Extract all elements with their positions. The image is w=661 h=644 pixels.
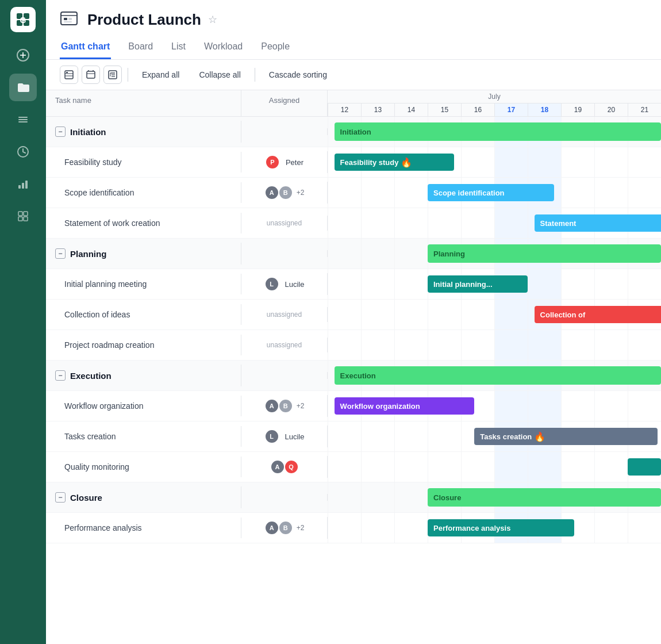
svg-rect-12 [18, 185, 21, 189]
collapse-planning-button[interactable]: − [55, 248, 66, 259]
project-icon [60, 9, 80, 30]
hierarchy-view-button[interactable] [103, 66, 122, 84]
avatar-scope-2: B [278, 185, 293, 200]
collapse-closure-button[interactable]: − [55, 492, 66, 503]
avatar-lucile-tasks: L [264, 429, 279, 444]
expand-all-button[interactable]: Expand all [134, 67, 187, 82]
bar-tasks-creation: Tasks creation 🔥 [474, 428, 658, 445]
group-row-closure: − Closure Closure [46, 482, 661, 513]
day-20: 20 [594, 103, 628, 116]
task-label-collection: Collection of ideas [46, 304, 241, 325]
svg-rect-24 [65, 71, 73, 79]
day-21: 21 [628, 103, 661, 116]
unassigned-statement: unassigned [267, 219, 302, 227]
task-row-workflow: Workflow organization A B +2 Workflow or… [46, 391, 661, 421]
sidebar-item-reports[interactable] [9, 170, 37, 198]
collapse-execution-button[interactable]: − [55, 370, 66, 381]
timeline-planning-meeting: Initial planning... [328, 269, 661, 299]
task-name-header: Task name [46, 90, 241, 116]
collapse-initiation-button[interactable]: − [55, 126, 66, 137]
toolbar-divider-2 [255, 68, 255, 82]
tab-people[interactable]: People [260, 37, 291, 59]
main-content: Product Launch ☆ Gantt chart Board List … [46, 0, 661, 644]
task-list-view-button[interactable] [60, 66, 78, 84]
task-label-quality: Quality monitoring [46, 457, 241, 477]
assigned-performance: A B +2 [241, 517, 328, 539]
group-row-initiation: − Initiation [46, 117, 661, 147]
assigned-scope: A B +2 [241, 182, 328, 204]
bar-statement: Statement [535, 214, 661, 232]
svg-rect-16 [24, 212, 28, 216]
assigned-tasks-creation: L Lucile [241, 425, 328, 447]
bar-planning-meeting: Initial planning... [428, 275, 528, 293]
avatar-count-performance: +2 [297, 524, 305, 532]
tab-gantt-chart[interactable]: Gantt chart [60, 37, 111, 59]
day-19: 19 [561, 103, 594, 116]
task-label-performance: Performance analysis [46, 518, 241, 538]
sidebar-item-list[interactable] [9, 106, 37, 133]
svg-rect-15 [18, 212, 22, 216]
sidebar-item-timeline[interactable] [9, 138, 37, 166]
group-label-initiation: − Initiation [46, 121, 241, 143]
timeline-quality [328, 452, 661, 482]
avatar-workflow-1: A [264, 398, 279, 413]
timeline-statement: Statement [328, 208, 661, 238]
tab-workload[interactable]: Workload [203, 37, 244, 59]
cascade-sorting-button[interactable]: Cascade sorting [261, 67, 335, 82]
avatar-count-scope: +2 [297, 189, 305, 197]
assignee-name-lucile: Lucile [285, 280, 305, 289]
page-header: Product Launch ☆ Gantt chart Board List … [46, 0, 661, 60]
task-label-workflow: Workflow organization [46, 396, 241, 416]
svg-rect-22 [68, 18, 72, 20]
task-label-scope: Scope identification [46, 182, 241, 203]
assigned-header: Assigned [241, 90, 328, 116]
sidebar: G [0, 0, 46, 644]
avatar-quality-2: Q [284, 459, 299, 474]
assigned-statement: unassigned [241, 216, 328, 231]
sidebar-add-button[interactable] [9, 41, 37, 69]
timeline-initiation: Initiation [328, 117, 661, 147]
toolbar-divider-1 [128, 68, 128, 82]
group-row-planning: − Planning Planning [46, 239, 661, 269]
svg-rect-14 [25, 181, 28, 189]
tab-board[interactable]: Board [127, 37, 154, 59]
assigned-quality: A Q [241, 456, 328, 478]
collapse-all-button[interactable]: Collapse all [191, 67, 248, 82]
app-logo[interactable]: G [10, 7, 36, 32]
avatar-scope-1: A [264, 185, 279, 200]
timeline-execution: Execution [328, 361, 661, 390]
bar-workflow: Workflow organization [335, 397, 475, 415]
assigned-initiation [241, 128, 328, 135]
timeline-roadmap [328, 330, 661, 360]
tab-list[interactable]: List [170, 37, 187, 59]
bar-execution: Execution [335, 366, 661, 385]
task-row-tasks-creation: Tasks creation L Lucile Tasks creation 🔥 [46, 421, 661, 452]
bar-scope: Scope identification [428, 184, 554, 201]
day-18: 18 [528, 103, 561, 116]
milestone-view-button[interactable] [82, 66, 100, 84]
svg-rect-13 [22, 183, 24, 189]
assigned-closure [241, 494, 328, 501]
group-label-planning: − Planning [46, 243, 241, 264]
svg-rect-28 [87, 71, 95, 78]
favorite-icon[interactable]: ☆ [208, 13, 217, 26]
month-label: July [328, 90, 661, 103]
bar-planning: Planning [428, 244, 661, 263]
task-label-planning-meeting: Initial planning meeting [46, 274, 241, 294]
gantt-header: Task name Assigned July 12 13 14 15 16 1… [46, 90, 661, 117]
assignee-name-peter: Peter [286, 158, 303, 167]
day-13: 13 [361, 103, 394, 116]
project-title: Product Launch [87, 11, 201, 29]
task-label-feasibility: Feasibility study [46, 152, 241, 172]
timeline-tasks-creation: Tasks creation 🔥 [328, 421, 661, 451]
group-row-execution: − Execution Execution [46, 361, 661, 391]
timeline-feasibility: Feasibility study 🔥 [328, 147, 661, 177]
task-row-quality: Quality monitoring A Q [46, 452, 661, 482]
task-label-tasks-creation: Tasks creation [46, 426, 241, 447]
timeline-scope: Scope identification [328, 178, 661, 208]
sidebar-item-dashboard[interactable] [9, 202, 37, 230]
fire-icon-tasks: 🔥 [534, 431, 545, 442]
view-tabs: Gantt chart Board List Workload People [60, 37, 647, 59]
avatar-performance-2: B [278, 520, 293, 535]
sidebar-item-projects[interactable] [9, 74, 37, 101]
